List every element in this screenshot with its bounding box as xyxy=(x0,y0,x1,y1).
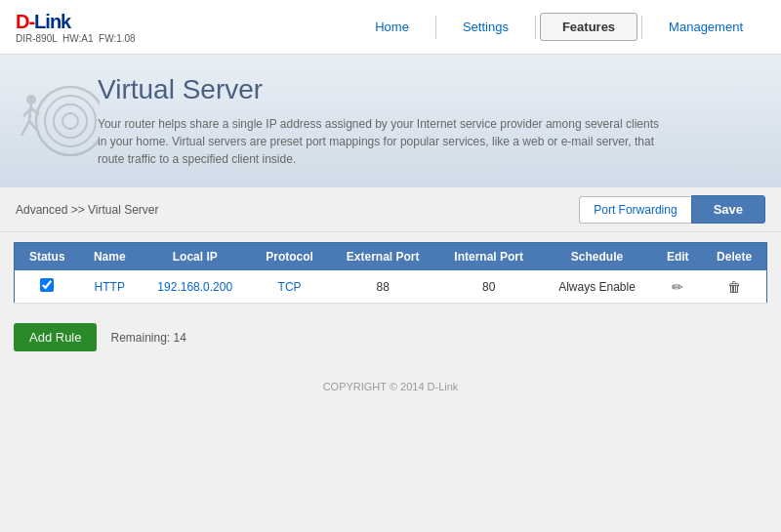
table-row: HTTP 192.168.0.200 TCP 88 80 Always Enab… xyxy=(15,270,767,304)
svg-point-4 xyxy=(26,95,36,104)
row-external-port: 88 xyxy=(329,270,437,304)
row-edit xyxy=(653,270,702,304)
row-protocol: TCP xyxy=(250,270,328,304)
dlink-logo: D-Link xyxy=(16,11,136,33)
col-internal-port: Internal Port xyxy=(437,243,541,271)
logo-d: D- xyxy=(16,11,34,32)
virtual-server-table: Status Name Local IP Protocol External P… xyxy=(14,242,767,304)
nav-sep-3 xyxy=(641,16,642,39)
banner-description: Your router helps share a single IP addr… xyxy=(98,115,664,168)
status-checkbox[interactable] xyxy=(40,278,54,292)
svg-line-6 xyxy=(21,121,29,136)
col-name: Name xyxy=(79,243,140,271)
col-external-port: External Port xyxy=(329,243,437,271)
banner: Virtual Server Your router helps share a… xyxy=(0,55,781,187)
col-delete: Delete xyxy=(702,243,766,271)
name-link[interactable]: HTTP xyxy=(95,280,125,294)
add-rule-area: Add Rule Remaining: 14 xyxy=(0,313,781,361)
nav-settings[interactable]: Settings xyxy=(440,13,531,41)
table-header-row: Status Name Local IP Protocol External P… xyxy=(15,243,767,271)
port-forwarding-button[interactable]: Port Forwarding xyxy=(579,196,690,224)
row-status xyxy=(15,270,80,304)
nav-sep-2 xyxy=(535,16,536,39)
row-delete xyxy=(702,270,766,304)
banner-text: Virtual Server Your router helps share a… xyxy=(98,74,761,168)
col-local-ip: Local IP xyxy=(140,243,250,271)
svg-point-2 xyxy=(54,104,87,138)
row-schedule: Always Enable xyxy=(541,270,654,304)
model-info: DIR-890L HW:A1 FW:1.08 xyxy=(16,33,136,44)
banner-title: Virtual Server xyxy=(98,74,761,105)
nav-features[interactable]: Features xyxy=(540,13,637,41)
save-button[interactable]: Save xyxy=(691,195,765,224)
svg-line-5 xyxy=(29,104,31,121)
footer: COPYRIGHT © 2014 D-Link xyxy=(0,361,781,402)
main-nav: Home Settings Features Management xyxy=(352,13,765,41)
col-protocol: Protocol xyxy=(250,243,328,271)
edit-icon[interactable] xyxy=(672,279,683,295)
add-rule-button[interactable]: Add Rule xyxy=(14,323,97,351)
nav-sep-1 xyxy=(435,16,436,39)
table-area: Status Name Local IP Protocol External P… xyxy=(0,232,781,313)
col-edit: Edit xyxy=(653,243,702,271)
nav-home[interactable]: Home xyxy=(352,13,432,41)
svg-point-1 xyxy=(45,96,96,146)
ip-link[interactable]: 192.168.0.200 xyxy=(157,280,232,294)
remaining-label: Remaining: 14 xyxy=(110,331,185,345)
row-local-ip: 192.168.0.200 xyxy=(140,270,250,304)
logo-area: D-Link DIR-890L HW:A1 FW:1.08 xyxy=(16,11,136,44)
delete-icon[interactable] xyxy=(727,279,741,295)
row-internal-port: 80 xyxy=(437,270,541,304)
row-name: HTTP xyxy=(79,270,140,304)
breadcrumb: Advanced >> Virtual Server xyxy=(16,203,159,217)
copyright-text: COPYRIGHT © 2014 D-Link xyxy=(323,381,459,392)
breadcrumb-actions: Port Forwarding Save xyxy=(579,195,765,224)
banner-icon xyxy=(12,72,100,170)
svg-point-3 xyxy=(62,113,78,129)
protocol-link[interactable]: TCP xyxy=(278,280,302,294)
nav-management[interactable]: Management xyxy=(646,13,765,41)
header: D-Link DIR-890L HW:A1 FW:1.08 Home Setti… xyxy=(0,0,781,55)
breadcrumb-bar: Advanced >> Virtual Server Port Forwardi… xyxy=(0,187,781,232)
col-schedule: Schedule xyxy=(541,243,654,271)
col-status: Status xyxy=(15,243,80,271)
